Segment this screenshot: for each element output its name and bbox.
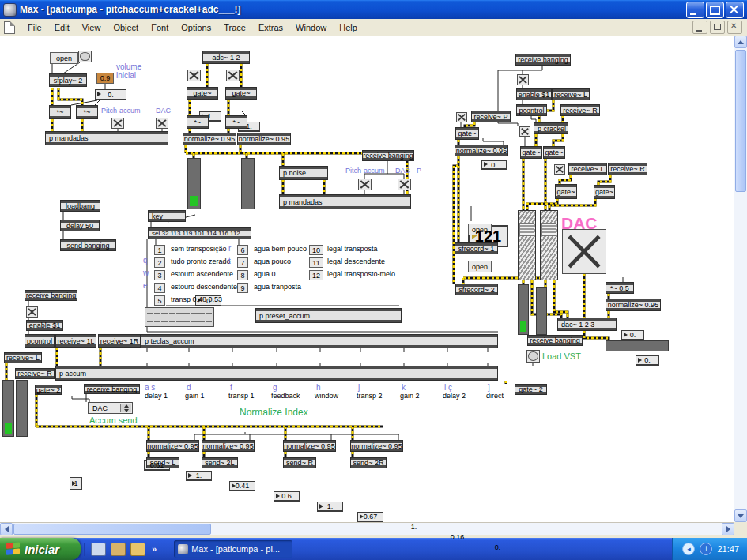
preset-cell[interactable] — [147, 313, 153, 314]
msg-1[interactable]: 1 — [154, 245, 165, 255]
p-noise-obj[interactable]: p noise — [279, 166, 328, 180]
slider[interactable] — [16, 380, 28, 437]
task-button-max[interactable]: Max - [paticumpa - pi... — [174, 540, 292, 558]
bang-button[interactable] — [78, 51, 92, 62]
open-msg[interactable]: open — [468, 261, 492, 272]
app-icon[interactable] — [111, 543, 126, 556]
send-banging-obj[interactable]: send banging — [60, 239, 116, 251]
preset-cell[interactable] — [169, 321, 175, 322]
gate-obj[interactable]: gate~ — [555, 184, 577, 199]
scroll-up-arrow[interactable] — [734, 36, 747, 48]
times05-obj[interactable]: *~ 0.5 — [606, 282, 634, 294]
msg-11[interactable]: 11 — [309, 257, 323, 268]
scroll-down-arrow[interactable] — [734, 509, 747, 522]
gate-obj[interactable]: gate~ — [225, 87, 257, 100]
preset-cell[interactable] — [154, 313, 160, 314]
toggle[interactable] — [398, 179, 411, 190]
preset-grid[interactable] — [145, 307, 214, 327]
gate2-obj[interactable]: gate~ 2 — [35, 385, 62, 395]
float-num[interactable]: 0.6 — [274, 491, 300, 502]
toggle[interactable] — [111, 118, 124, 129]
toggle[interactable] — [187, 70, 201, 81]
delay-obj[interactable]: delay 50 — [60, 220, 100, 231]
normalize-obj[interactable]: normalize~ 0.95 — [237, 133, 291, 145]
sel-obj[interactable]: sel 32 113 119 101 114 116 112 — [148, 227, 251, 239]
receive-banging-obj[interactable]: receive banging — [25, 290, 77, 301]
receive-l-obj[interactable]: receive~ L — [568, 163, 607, 175]
receive-banging-obj[interactable]: receive banging — [515, 54, 571, 66]
preset-cell[interactable] — [206, 313, 212, 314]
normalize-obj[interactable]: normalize~ 0.95 — [183, 133, 236, 145]
volume-msg[interactable]: 0.9 — [96, 73, 114, 84]
preset-cell[interactable] — [176, 321, 183, 322]
receive-r-obj[interactable]: receive~ R — [608, 163, 647, 175]
num-box[interactable]: 0. — [481, 160, 507, 170]
p-mandadas-obj[interactable]: p mandadas — [45, 131, 168, 145]
loadbang-obj[interactable]: loadbang — [60, 200, 100, 212]
receive-l-obj[interactable]: receive~ L — [4, 352, 42, 363]
msg-3[interactable]: 3 — [154, 270, 165, 280]
normalize-obj[interactable]: normalize~ 0.95 — [146, 440, 199, 452]
times-obj[interactable]: *~ — [187, 115, 209, 129]
send-r-obj[interactable]: send~ R — [283, 457, 316, 468]
toggle[interactable] — [456, 112, 467, 122]
normalize-obj[interactable]: normalize~ 0.95 — [350, 440, 403, 452]
pcontrol-obj[interactable]: pcontrol — [516, 104, 547, 116]
back-icon[interactable]: ◂ — [682, 543, 695, 555]
send-2r-obj[interactable]: send~ 2R — [350, 457, 387, 468]
receive-r-obj[interactable]: receive~ R — [15, 368, 55, 379]
msg-12[interactable]: 12 — [309, 270, 323, 280]
preset-cell[interactable] — [198, 313, 205, 314]
toggle[interactable] — [26, 306, 38, 318]
gate-obj[interactable]: gate~ — [543, 146, 565, 159]
gate-obj[interactable]: gate~ — [594, 185, 615, 199]
num-box[interactable]: 0. — [621, 330, 644, 340]
start-button[interactable]: Iniciar — [0, 538, 81, 560]
enable-obj[interactable]: enable $1 — [26, 320, 63, 331]
receive-1r-obj[interactable]: receive~ 1R — [98, 334, 141, 348]
scroll-right-arrow[interactable] — [722, 523, 734, 536]
h-scroll-thumb[interactable] — [13, 524, 211, 535]
preset-cell[interactable] — [147, 321, 153, 322]
msg-4[interactable]: 4 — [154, 283, 165, 293]
normalize-obj[interactable]: normalize~ 0.95 — [455, 145, 508, 156]
msg-6[interactable]: 6 — [237, 245, 248, 255]
receive-p-obj[interactable]: receive~ P — [471, 111, 511, 122]
preset-cell[interactable] — [161, 313, 168, 314]
num-box[interactable]: 0. — [636, 355, 659, 366]
slider[interactable] — [241, 158, 255, 209]
preset-cell[interactable] — [176, 313, 183, 314]
sfrecord1-obj[interactable]: sfrecord~ 1 — [455, 242, 498, 254]
stepper-icon[interactable] — [120, 404, 131, 412]
pcontrol-obj[interactable]: pcontrol — [25, 334, 55, 348]
sfplay-obj[interactable]: sfplay~ 2 — [49, 73, 87, 87]
gain-slider[interactable] — [540, 210, 558, 280]
float-num[interactable]: 0.67 — [357, 512, 383, 522]
preset-cell[interactable] — [183, 313, 190, 314]
p-teclas-accum-obj[interactable]: p teclas_accum — [141, 334, 498, 348]
p-crackel-obj[interactable]: p crackel — [534, 122, 568, 134]
toggle[interactable] — [358, 179, 372, 190]
p-preset-accum-obj[interactable]: p preset_accum — [255, 308, 402, 323]
dac-umenu[interactable]: DAC — [88, 402, 133, 414]
p-accum-obj[interactable]: p accum — [55, 366, 498, 381]
toggle[interactable] — [226, 70, 240, 81]
preset-cell[interactable] — [154, 321, 160, 322]
gate-obj[interactable]: gate~ — [455, 127, 479, 140]
receive-banging-obj[interactable]: receive banging — [527, 335, 583, 346]
scroll-left-arrow[interactable] — [0, 523, 13, 536]
preset-cell[interactable] — [206, 321, 212, 322]
open-msg[interactable]: open — [50, 52, 78, 64]
slider[interactable] — [536, 287, 547, 335]
folder-icon[interactable] — [130, 543, 145, 556]
preset-cell[interactable] — [191, 321, 197, 322]
gate-obj[interactable]: gate~ — [520, 146, 542, 159]
preset-cell[interactable] — [198, 321, 205, 322]
sfrecord2-obj[interactable]: sfrecord~ 2 — [455, 284, 498, 295]
gate-obj[interactable]: gate~ — [187, 87, 218, 100]
receive-r-obj[interactable]: receive~ R — [560, 104, 600, 116]
toggle[interactable] — [554, 164, 565, 175]
send-l-obj[interactable]: send~ L — [146, 457, 179, 468]
p-mandadas-obj[interactable]: p mandadas — [279, 194, 411, 209]
dac-obj[interactable]: dac~ 1 2 3 — [557, 318, 617, 331]
